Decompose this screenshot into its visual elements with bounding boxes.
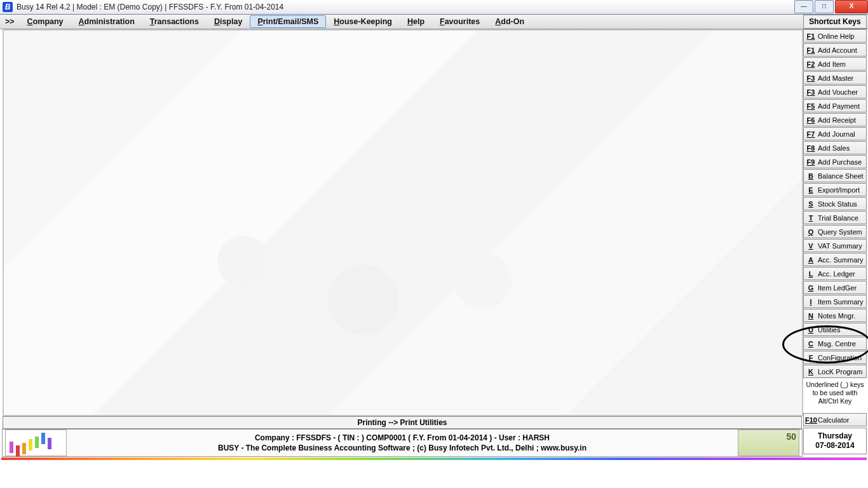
shortcut-key: S [805,200,817,208]
shortcut-label: Add Sales [817,144,865,152]
shortcut-key: N [805,312,817,320]
footer-line2: BUSY - The Complete Business Accounting … [69,443,735,453]
menu-help[interactable]: Help [400,15,432,28]
shortcut-label: Item Summary [817,298,865,306]
shortcut-key: B [805,172,817,180]
shortcut-add-item[interactable]: F2Add Item [803,57,867,71]
shortcut-key: E [805,186,817,194]
shortcut-msg-centre[interactable]: CMsg. Centre [803,337,867,350]
shortcut-stock-status[interactable]: SStock Status [803,197,867,210]
shortcut-add-master[interactable]: F3Add Master [803,71,867,85]
shortcut-add-receipt[interactable]: F6Add Receipt [803,113,867,126]
rainbow-divider [1,458,867,460]
footer-text: Company : FFSSDFS - ( TIN : ) COMP0001 (… [69,430,735,456]
shortcut-export-import[interactable]: EExport/Import [803,183,867,196]
main-workspace [3,29,803,416]
shortcut-add-voucher[interactable]: F3Add Voucher [803,85,867,98]
app-logo-icon: B [3,2,13,12]
shortcut-key: F5 [805,102,817,110]
date-display: Thursday 07-08-2014 [803,428,867,454]
menu-add-on[interactable]: Add-On [487,15,532,28]
shortcut-acc-ledger[interactable]: LAcc. Ledger [803,267,867,280]
shortcut-item-summary[interactable]: IItem Summary [803,295,867,308]
shortcut-label: Add Journal [817,130,865,138]
shortcut-key: Q [805,228,817,236]
shortcut-key: T [805,214,817,222]
shortcut-acc-summary[interactable]: AAcc. Summary [803,253,867,266]
shortcut-vat-summary[interactable]: VVAT Summary [803,239,867,252]
menu-house-keeping[interactable]: House-Keeping [326,15,400,28]
shortcut-label: Trial Balance [817,214,865,222]
shortcut-key: F3 [805,88,817,96]
shortcut-add-sales[interactable]: F8Add Sales [803,141,867,154]
shortcut-key: F8 [805,144,817,152]
minimize-button[interactable]: — [794,0,813,13]
shortcut-label: Add Purchase [817,158,865,166]
shortcut-note-line: to be used with [803,389,867,397]
menu-favourites[interactable]: Favourites [432,15,487,28]
menu-print-email-sms[interactable]: Print/Email/SMS [250,15,326,28]
menu-bar: >> CompanyAdministrationTransactionsDisp… [0,15,868,29]
shortcut-key: U [805,326,817,334]
shortcut-note-line: Underlined (_) keys [803,381,867,389]
menu-company[interactable]: Company [20,15,71,28]
shortcut-key: F9 [805,158,817,166]
shortcut-balance-sheet[interactable]: BBalance Sheet [803,169,867,182]
shortcut-label: Calculator [817,416,865,424]
shortcut-key: F1 [805,32,817,40]
shortcut-key: F6 [805,116,817,124]
shortcut-key: A [805,256,817,264]
shortcut-key: F10 [805,416,817,424]
shortcut-utilities[interactable]: UUtilities [803,323,867,336]
chart-thumbnail-icon[interactable] [5,430,67,456]
shortcut-label: ConFiguration [817,354,865,362]
maximize-button[interactable]: □ [815,0,834,13]
shortcut-label: Add Account [817,46,865,54]
menu-overflow-icon[interactable]: >> [0,17,20,26]
menu-administration[interactable]: Administration [71,15,142,28]
shortcut-key: F2 [805,60,817,68]
footer-bar: Company : FFSSDFS - ( TIN : ) COMP0001 (… [2,429,803,457]
footer-line1: Company : FFSSDFS - ( TIN : ) COMP0001 (… [69,433,735,443]
shortcut-lock-program[interactable]: KLocK Program [803,365,867,378]
shortcut-key: K [805,368,817,376]
shortcut-label: Query System [817,228,865,236]
shortcut-label: Online Help [817,32,865,40]
shortcut-label: Add Voucher [817,88,865,96]
shortcut-label: Stock Status [817,200,865,208]
shortcut-add-purchase[interactable]: F9Add Purchase [803,155,867,168]
shortcut-query-system[interactable]: QQuery System [803,225,867,238]
shortcut-note: Underlined (_) keys to be used with Alt/… [803,381,867,405]
shortcut-label: Add Payment [817,102,865,110]
shortcut-key: C [805,340,817,348]
shortcut-panel: Shortcut Keys F1Online HelpF1Add Account… [803,15,867,454]
calculator-button[interactable]: F10 Calculator [803,413,867,426]
shortcut-label: Balance Sheet [817,172,865,180]
shortcut-label: LocK Program [817,368,865,376]
shortcut-notes-mngr-[interactable]: NNotes Mngr. [803,309,867,322]
shortcut-label: Export/Import [817,186,865,194]
shortcut-label: Acc. Ledger [817,270,865,278]
shortcut-key: F [805,354,817,362]
menu-display[interactable]: Display [207,15,250,28]
window-controls: — □ X [793,0,868,13]
shortcut-label: Acc. Summary [817,256,865,264]
shortcut-label: Notes Mngr. [817,312,865,320]
close-button[interactable]: X [835,0,868,13]
shortcut-key: F7 [805,130,817,138]
date-label: 07-08-2014 [815,441,854,451]
shortcut-label: Item LedGer [817,284,865,292]
shortcut-add-account[interactable]: F1Add Account [803,43,867,57]
shortcut-add-payment[interactable]: F5Add Payment [803,99,867,112]
shortcut-configuration[interactable]: FConFiguration [803,351,867,364]
menu-transactions[interactable]: Transactions [142,15,207,28]
shortcut-key: L [805,270,817,278]
currency-thumbnail-icon[interactable] [738,430,799,456]
shortcut-trial-balance[interactable]: TTrial Balance [803,211,867,224]
shortcut-online-help[interactable]: F1Online Help [803,29,867,43]
status-bar: Printing --> Print Utilities [3,416,802,429]
shortcut-item-ledger[interactable]: GItem LedGer [803,281,867,294]
shortcut-add-journal[interactable]: F7Add Journal [803,127,867,140]
day-label: Thursday [818,431,852,441]
title-bar: B Busy 14 Rel 4.2 | Model : EM (Demo Cop… [0,0,868,15]
